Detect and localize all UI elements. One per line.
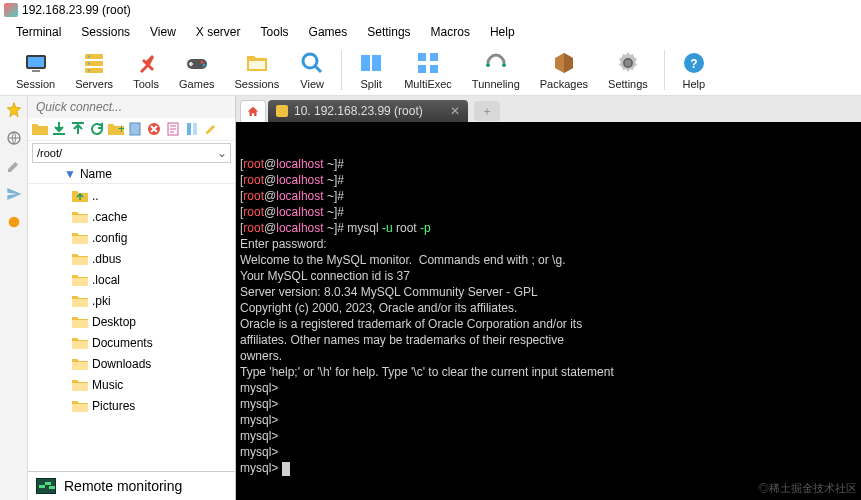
tree-row[interactable]: Music [72, 374, 233, 395]
tree-row[interactable]: .. [72, 185, 233, 206]
folder-icon [72, 231, 88, 245]
svg-point-8 [88, 69, 90, 71]
tunneling-icon [483, 50, 509, 76]
new-tab-button[interactable]: ＋ [474, 101, 500, 121]
toolbar-packages-button[interactable]: Packages [530, 48, 598, 92]
tree-item-name: Pictures [92, 399, 135, 413]
globe-icon[interactable] [4, 128, 24, 148]
toolbar-help-button[interactable]: ?Help [671, 48, 717, 92]
tree-row[interactable]: .local [72, 269, 233, 290]
menu-sessions[interactable]: Sessions [71, 22, 140, 42]
tree-row[interactable]: Downloads [72, 353, 233, 374]
quick-connect-input[interactable] [28, 96, 235, 118]
remote-monitoring-bar[interactable]: Remote monitoring [28, 471, 235, 500]
delete-icon[interactable] [146, 121, 162, 137]
sessions-icon [244, 50, 270, 76]
menu-games[interactable]: Games [299, 22, 358, 42]
tree-item-name: Desktop [92, 315, 136, 329]
newfolder-icon[interactable]: + [108, 121, 124, 137]
toolbar-games-button[interactable]: Games [169, 48, 224, 92]
pencil-icon[interactable] [4, 156, 24, 176]
file-panel: + /root/ ⌄ ▼ Name ...cache.config.dbus.l… [28, 96, 236, 500]
tree-row[interactable]: Desktop [72, 311, 233, 332]
toolbar-view-button[interactable]: View [289, 48, 335, 92]
newfile-icon[interactable] [127, 121, 143, 137]
toolbar-label: Help [683, 78, 706, 90]
folder-icon [72, 399, 88, 413]
tree-item-name: Downloads [92, 357, 151, 371]
multiexec-icon [415, 50, 441, 76]
toolbar-settings-button[interactable]: Settings [598, 48, 658, 92]
svg-rect-3 [85, 54, 103, 59]
terminal-line: mysql> [240, 412, 857, 428]
terminal-line: Your MySQL connection id is 37 [240, 268, 857, 284]
refresh-icon[interactable] [89, 121, 105, 137]
tab-label: 10. 192.168.23.99 (root) [294, 104, 423, 118]
terminal-line: mysql> [240, 428, 857, 444]
toolbar-split-button[interactable]: Split [348, 48, 394, 92]
menu-tools[interactable]: Tools [251, 22, 299, 42]
tab-close-icon[interactable]: ✕ [450, 104, 460, 118]
menu-view[interactable]: View [140, 22, 186, 42]
toolbar-session-button[interactable]: Session [6, 48, 65, 92]
properties-icon[interactable] [165, 121, 181, 137]
toolbar-sessions-button[interactable]: Sessions [225, 48, 290, 92]
file-tree: ...cache.config.dbus.local.pkiDesktopDoc… [28, 184, 235, 471]
tree-row[interactable]: Documents [72, 332, 233, 353]
tree-item-name: .. [92, 189, 99, 203]
home-tab[interactable] [240, 100, 266, 122]
file-toolbar: + [28, 118, 235, 141]
toolbar-multiexec-button[interactable]: MultiExec [394, 48, 462, 92]
terminal-prompt-line: [root@localhost ~]# mysql -u root -p [240, 220, 857, 236]
svg-point-13 [303, 54, 317, 68]
column-header[interactable]: ▼ Name [28, 165, 235, 184]
circle-icon[interactable] [4, 212, 24, 232]
svg-point-10 [200, 60, 203, 63]
toolbar-tools-button[interactable]: Tools [123, 48, 169, 92]
tab-session-icon [276, 105, 288, 117]
svg-text:?: ? [690, 57, 697, 71]
upload-icon[interactable] [70, 121, 86, 137]
tree-row[interactable]: .dbus [72, 248, 233, 269]
menu-settings[interactable]: Settings [357, 22, 420, 42]
home-icon [246, 105, 260, 119]
edit-icon[interactable] [203, 121, 219, 137]
tree-item-name: .local [92, 273, 120, 287]
svg-point-21 [502, 63, 506, 67]
tree-item-name: Documents [92, 336, 153, 350]
columns-icon[interactable] [184, 121, 200, 137]
tree-row[interactable]: .pki [72, 290, 233, 311]
toolbar-servers-button[interactable]: Servers [65, 48, 123, 92]
path-box[interactable]: /root/ ⌄ [32, 143, 231, 163]
tree-row[interactable]: .cache [72, 206, 233, 227]
menu-help[interactable]: Help [480, 22, 525, 42]
terminal[interactable]: [root@localhost ~]# [root@localhost ~]# … [236, 122, 861, 500]
star-icon[interactable] [4, 100, 24, 120]
cursor [282, 462, 290, 476]
path-dropdown-icon[interactable]: ⌄ [214, 146, 230, 160]
download-icon[interactable] [51, 121, 67, 137]
menu-macros[interactable]: Macros [421, 22, 480, 42]
toolbar-tunneling-button[interactable]: Tunneling [462, 48, 530, 92]
svg-text:+: + [118, 122, 124, 136]
tree-item-name: .dbus [92, 252, 121, 266]
tree-row[interactable]: Pictures [72, 395, 233, 416]
watermark: ◎稀土掘金技术社区 [758, 480, 857, 496]
terminal-line: Oracle is a registered trademark of Orac… [240, 316, 857, 332]
tools-icon [133, 50, 159, 76]
toolbar-label: View [300, 78, 324, 90]
packages-icon [551, 50, 577, 76]
folder-up-icon [72, 189, 88, 203]
menu-x-server[interactable]: X server [186, 22, 251, 42]
folder-icon[interactable] [32, 121, 48, 137]
svg-point-11 [202, 63, 205, 66]
svg-rect-32 [187, 123, 191, 135]
games-icon [184, 50, 210, 76]
send-icon[interactable] [4, 184, 24, 204]
svg-rect-2 [32, 70, 40, 72]
svg-rect-33 [193, 123, 197, 135]
menu-terminal[interactable]: Terminal [6, 22, 71, 42]
session-tab[interactable]: 10. 192.168.23.99 (root) ✕ [268, 100, 468, 122]
svg-rect-17 [430, 53, 438, 61]
tree-row[interactable]: .config [72, 227, 233, 248]
